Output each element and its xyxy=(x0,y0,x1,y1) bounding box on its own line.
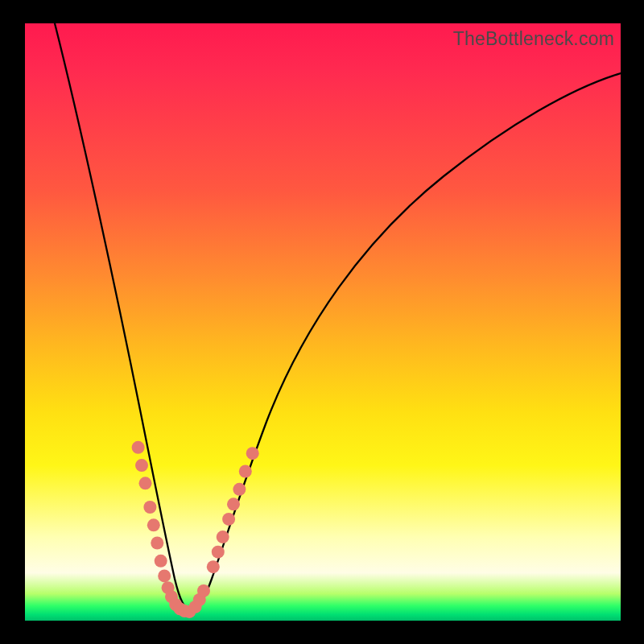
marker-dot xyxy=(147,518,160,531)
marker-dot xyxy=(165,590,178,603)
marker-dot xyxy=(197,584,210,597)
marker-dot xyxy=(135,459,148,472)
marker-dot xyxy=(139,477,152,489)
marker-dots xyxy=(132,441,259,618)
marker-dot xyxy=(217,530,229,543)
marker-dot xyxy=(183,605,196,618)
marker-dot xyxy=(173,602,186,615)
marker-dot xyxy=(227,497,240,510)
marker-dot xyxy=(132,441,145,454)
marker-dot xyxy=(162,581,175,594)
chart-frame: TheBottleneck.com xyxy=(0,0,644,644)
marker-dot xyxy=(143,501,156,514)
plot-area: TheBottleneck.com xyxy=(25,23,621,621)
marker-dot xyxy=(193,593,206,606)
marker-dot xyxy=(246,447,259,460)
marker-dot xyxy=(155,555,167,568)
chart-overlay xyxy=(25,23,621,621)
marker-dot xyxy=(178,605,191,617)
marker-dot xyxy=(207,560,220,573)
bottleneck-curve xyxy=(55,23,621,611)
watermark-text: TheBottleneck.com xyxy=(453,28,614,50)
marker-dot xyxy=(189,601,202,613)
marker-dot xyxy=(212,546,225,559)
marker-dot xyxy=(158,569,171,582)
marker-dot xyxy=(169,598,182,611)
marker-dot xyxy=(233,483,246,496)
marker-dot xyxy=(151,537,163,550)
marker-dot xyxy=(222,513,235,526)
marker-dot xyxy=(239,465,252,478)
